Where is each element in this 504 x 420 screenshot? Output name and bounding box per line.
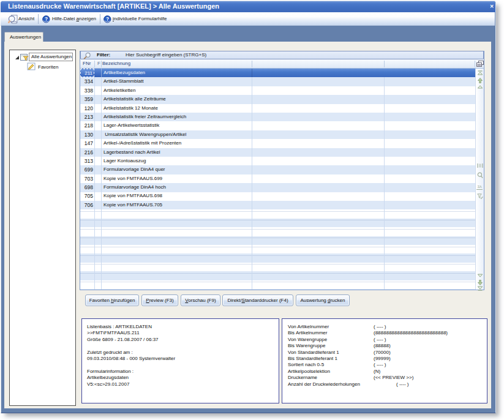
svg-text:?: ? xyxy=(45,17,48,22)
svg-text:?: ? xyxy=(106,17,109,22)
